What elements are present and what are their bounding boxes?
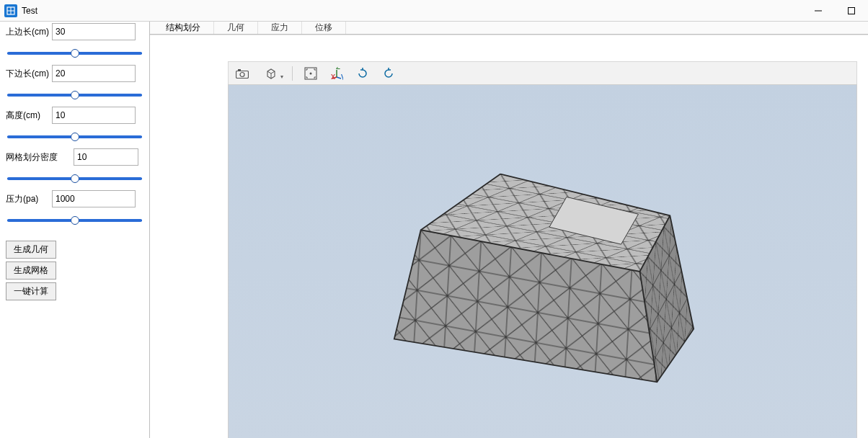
tab-label: 结构划分 bbox=[166, 22, 200, 34]
bottom-length-input[interactable] bbox=[52, 65, 136, 82]
viewport-area: ▾ zyx bbox=[150, 35, 868, 438]
param-label: 网格划分密度 bbox=[6, 151, 71, 164]
top-length-input[interactable] bbox=[52, 23, 136, 40]
xyz-axes-icon[interactable]: zyx bbox=[329, 66, 345, 81]
svg-text:y: y bbox=[341, 71, 343, 80]
param-label: 上边长(cm) bbox=[6, 26, 49, 38]
mesh-density-slider[interactable] bbox=[7, 178, 142, 179]
height-input[interactable] bbox=[52, 107, 136, 124]
toolbar-separator bbox=[292, 66, 293, 81]
top-length-slider[interactable] bbox=[7, 53, 142, 54]
tab-displacement[interactable]: 位移 bbox=[302, 22, 346, 34]
tab-stress[interactable]: 应力 bbox=[258, 22, 302, 34]
tab-label: 几何 bbox=[227, 22, 244, 34]
tab-geometry[interactable]: 几何 bbox=[214, 22, 258, 34]
view-cube-icon[interactable]: ▾ bbox=[260, 66, 282, 81]
mesh-density-input[interactable] bbox=[74, 148, 138, 166]
window-maximize-button[interactable] bbox=[835, 0, 868, 22]
tab-label: 应力 bbox=[271, 22, 288, 34]
tab-structure-division[interactable]: 结构划分 bbox=[153, 22, 214, 34]
rotate-ccw-icon[interactable] bbox=[381, 66, 397, 81]
window-minimize-button[interactable] bbox=[802, 0, 835, 22]
param-label: 压力(pa) bbox=[6, 193, 49, 205]
tab-label: 位移 bbox=[315, 22, 332, 34]
svg-text:x: x bbox=[331, 71, 335, 80]
viewport-toolbar: ▾ zyx bbox=[228, 61, 857, 84]
fit-extents-icon[interactable] bbox=[303, 66, 319, 81]
app-icon bbox=[4, 4, 17, 17]
height-slider[interactable] bbox=[7, 136, 142, 138]
tab-strip: 结构划分 几何 应力 位移 bbox=[150, 22, 868, 35]
svg-rect-7 bbox=[238, 69, 241, 71]
param-row-height: 高度(cm) bbox=[6, 107, 143, 124]
pressure-slider[interactable] bbox=[7, 220, 142, 221]
svg-rect-4 bbox=[849, 7, 855, 14]
param-label: 高度(cm) bbox=[6, 110, 49, 122]
param-row-top-length: 上边长(cm) bbox=[6, 23, 143, 40]
param-row-pressure: 压力(pa) bbox=[6, 190, 143, 207]
param-row-bottom-length: 下边长(cm) bbox=[6, 65, 143, 82]
generate-mesh-button[interactable]: 生成网格 bbox=[6, 262, 56, 280]
mesh-viewport[interactable] bbox=[228, 84, 857, 438]
param-label: 下边长(cm) bbox=[6, 68, 49, 80]
param-row-mesh-density: 网格划分密度 bbox=[6, 148, 143, 166]
svg-point-11 bbox=[310, 72, 312, 74]
parameters-panel: 上边长(cm) 下边长(cm) 高度(cm) 网格划分密度 压力(pa) 生成几… bbox=[0, 22, 150, 438]
generate-geometry-button[interactable]: 生成几何 bbox=[6, 241, 56, 259]
title-bar: Test bbox=[0, 0, 868, 22]
svg-point-6 bbox=[240, 72, 244, 76]
main-area: 结构划分 几何 应力 位移 ▾ zyx bbox=[150, 22, 868, 438]
svg-text:z: z bbox=[336, 67, 340, 71]
chevron-down-icon: ▾ bbox=[280, 73, 283, 80]
pressure-input[interactable] bbox=[52, 190, 136, 207]
one-click-compute-button[interactable]: 一键计算 bbox=[6, 282, 56, 300]
bottom-length-slider[interactable] bbox=[7, 94, 142, 96]
window-title: Test bbox=[22, 6, 37, 16]
rotate-cw-icon[interactable] bbox=[355, 66, 371, 81]
camera-icon[interactable] bbox=[234, 66, 250, 81]
